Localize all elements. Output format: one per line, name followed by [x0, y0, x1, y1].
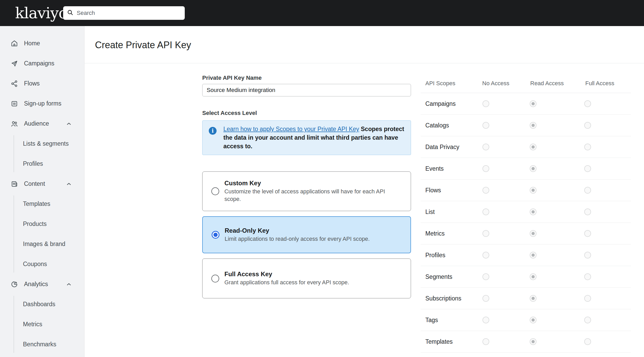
- chevron-up-icon[interactable]: [65, 120, 72, 127]
- radio-full-access[interactable]: [584, 230, 591, 237]
- header-divider: [85, 63, 644, 63]
- sidebar-item-metrics[interactable]: Metrics: [0, 314, 84, 334]
- sidebar-item-label: Audience: [24, 120, 49, 127]
- access-option-read-only-key[interactable]: Read-Only Key Limit applications to read…: [202, 216, 411, 253]
- radio-full-access[interactable]: [584, 252, 591, 258]
- scopes-table-header: API Scopes No Access Read Access Full Ac…: [421, 76, 631, 93]
- access-option-custom-key[interactable]: Custom Key Customize the level of access…: [202, 171, 411, 211]
- search-input[interactable]: [77, 10, 181, 16]
- sidebar-item-label: Home: [24, 40, 40, 47]
- analytics-icon: [10, 280, 18, 288]
- radio-full-access[interactable]: [584, 317, 591, 323]
- radio-read-access[interactable]: [530, 165, 536, 172]
- api-key-name-input[interactable]: [202, 84, 411, 96]
- radio-read-access[interactable]: [530, 100, 536, 107]
- radio-read-access[interactable]: [530, 230, 536, 237]
- sidebar: Home Campaigns Flows Sign-up forms Audie…: [0, 26, 85, 357]
- global-search[interactable]: [63, 6, 185, 20]
- sidebar-item-lists-segments[interactable]: Lists & segments: [0, 134, 84, 154]
- sidebar-item-content[interactable]: Content: [0, 174, 84, 194]
- analytics-subgroup: Dashboards Metrics Benchmarks: [0, 294, 84, 354]
- radio-custom-key[interactable]: [211, 187, 219, 195]
- info-text: Learn how to apply Scopes to your Privat…: [223, 125, 406, 151]
- content-subgroup: Templates Products Images & brand Coupon…: [0, 194, 84, 274]
- audience-icon: [10, 120, 18, 128]
- radio-read-access[interactable]: [530, 252, 536, 258]
- radio-read-access[interactable]: [530, 338, 536, 345]
- radio-full-access[interactable]: [584, 144, 591, 150]
- info-icon: i: [209, 127, 217, 135]
- access-level-label: Select Access Level: [202, 110, 411, 116]
- radio-full-access[interactable]: [584, 165, 591, 172]
- chevron-up-icon[interactable]: [65, 281, 72, 288]
- scope-row-data-privacy: Data Privacy: [421, 136, 631, 158]
- radio-full-access[interactable]: [584, 338, 591, 345]
- scope-row-subscriptions: Subscriptions: [421, 288, 631, 309]
- send-icon: [10, 60, 18, 67]
- page-title: Create Private API Key: [95, 40, 191, 51]
- radio-full-access[interactable]: [584, 208, 591, 215]
- radio-full-access-key[interactable]: [211, 275, 219, 282]
- radio-no-access[interactable]: [482, 252, 489, 258]
- sidebar-item-dashboards[interactable]: Dashboards: [0, 294, 84, 314]
- radio-read-access[interactable]: [530, 273, 536, 280]
- radio-read-access[interactable]: [530, 317, 536, 323]
- radio-read-access[interactable]: [530, 144, 536, 150]
- sidebar-item-campaigns[interactable]: Campaigns: [0, 53, 84, 73]
- sidebar-item-analytics[interactable]: Analytics: [0, 274, 84, 294]
- radio-full-access[interactable]: [584, 273, 591, 280]
- topbar: klaviyo: [0, 0, 644, 26]
- radio-no-access[interactable]: [482, 100, 489, 107]
- scope-row-flows: Flows: [421, 180, 631, 201]
- chevron-up-icon[interactable]: [65, 181, 72, 187]
- sidebar-item-label: Analytics: [24, 281, 48, 288]
- radio-no-access[interactable]: [482, 317, 489, 323]
- scope-row-profiles: Profiles: [421, 244, 631, 266]
- radio-no-access[interactable]: [482, 122, 489, 129]
- sidebar-item-benchmarks[interactable]: Benchmarks: [0, 334, 84, 354]
- sidebar-item-signup-forms[interactable]: Sign-up forms: [0, 94, 84, 114]
- sidebar-item-flows[interactable]: Flows: [0, 73, 84, 94]
- search-icon: [67, 9, 74, 17]
- radio-no-access[interactable]: [482, 208, 489, 215]
- radio-full-access[interactable]: [584, 100, 591, 107]
- scope-row-templates: Templates: [421, 331, 631, 353]
- radio-read-access[interactable]: [530, 187, 536, 194]
- scope-row-campaigns: Campaigns: [421, 93, 631, 115]
- radio-no-access[interactable]: [482, 144, 489, 150]
- radio-no-access[interactable]: [482, 338, 489, 345]
- radio-no-access[interactable]: [482, 165, 489, 172]
- api-key-name-label: Private API Key Name: [202, 75, 411, 81]
- sidebar-item-products[interactable]: Products: [0, 214, 84, 234]
- sidebar-item-label: Sign-up forms: [24, 100, 61, 107]
- scope-row-events: Events: [421, 158, 631, 180]
- radio-read-only-key[interactable]: [212, 231, 219, 239]
- access-option-full-access-key[interactable]: Full Access Key Grant applications full …: [202, 258, 411, 298]
- sidebar-item-label: Campaigns: [24, 60, 54, 67]
- radio-full-access[interactable]: [584, 295, 591, 302]
- radio-no-access[interactable]: [482, 187, 489, 194]
- sidebar-item-profiles[interactable]: Profiles: [0, 154, 84, 174]
- sidebar-item-label: Flows: [24, 80, 40, 87]
- flows-icon: [10, 80, 18, 88]
- radio-read-access[interactable]: [530, 208, 536, 215]
- radio-full-access[interactable]: [584, 187, 591, 194]
- sidebar-item-templates[interactable]: Templates: [0, 194, 84, 214]
- sidebar-item-coupons[interactable]: Coupons: [0, 254, 84, 274]
- radio-no-access[interactable]: [482, 295, 489, 302]
- radio-read-access[interactable]: [530, 122, 536, 129]
- audience-subgroup: Lists & segments Profiles: [0, 134, 84, 174]
- sidebar-item-home[interactable]: Home: [0, 33, 84, 53]
- scope-row-catalogs: Catalogs: [421, 115, 631, 136]
- radio-no-access[interactable]: [482, 230, 489, 237]
- col-read-access: Read Access: [530, 76, 564, 91]
- scopes-help-link[interactable]: Learn how to apply Scopes to your Privat…: [223, 126, 359, 132]
- radio-read-access[interactable]: [530, 295, 536, 302]
- api-key-form: Private API Key Name Select Access Level…: [202, 75, 411, 298]
- sidebar-item-images-brand[interactable]: Images & brand: [0, 234, 84, 254]
- radio-full-access[interactable]: [584, 122, 591, 129]
- sidebar-item-audience[interactable]: Audience: [0, 114, 84, 134]
- col-api-scopes: API Scopes: [425, 76, 455, 91]
- radio-no-access[interactable]: [482, 273, 489, 280]
- col-no-access: No Access: [482, 76, 509, 91]
